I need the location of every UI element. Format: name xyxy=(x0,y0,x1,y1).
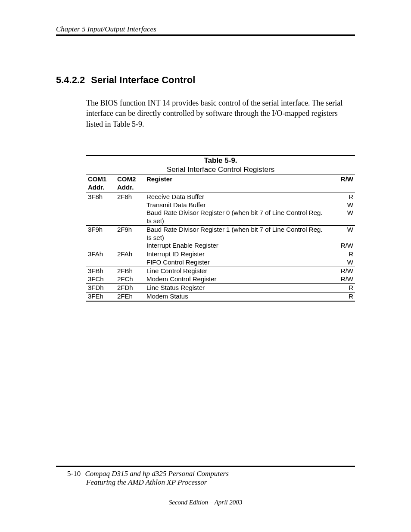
cell-register: Baud Rate Divisor Register 1 (when bit 7… xyxy=(145,225,330,242)
section-number: 5.4.2.2 xyxy=(56,75,85,86)
cell-com1 xyxy=(86,201,115,209)
cell-register: Interrupt ID Register xyxy=(145,250,330,258)
cell-rw: W xyxy=(330,209,355,225)
running-header: Chapter 5 Input/Output Interfaces xyxy=(56,25,355,36)
cell-rw: W xyxy=(330,225,355,242)
cell-com1: 3FDh xyxy=(86,284,115,292)
cell-register: Interrupt Enable Register xyxy=(145,242,330,250)
table-5-9: Table 5-9. Serial Interface Control Regi… xyxy=(86,155,355,302)
page: Chapter 5 Input/Output Interfaces 5.4.2.… xyxy=(0,0,411,532)
table-row: 3F8h2F8hReceive Data BufferR xyxy=(86,193,355,201)
footer-line-1: 5-10 Compaq D315 and hp d325 Personal Co… xyxy=(56,470,355,478)
cell-com2: 2FEh xyxy=(115,292,145,301)
table-row: Transmit Data BufferW xyxy=(86,201,355,209)
table-row: Baud Rate Divisor Register 0 (when bit 7… xyxy=(86,209,355,225)
cell-com1 xyxy=(86,209,115,225)
cell-com1: 3FAh xyxy=(86,250,115,258)
cell-com1: 3F9h xyxy=(86,225,115,242)
footer-title-2: Featuring the AMD Athlon XP Processor xyxy=(86,478,355,487)
cell-com1: 3FEh xyxy=(86,292,115,301)
cell-register: Line Control Register xyxy=(145,267,330,275)
footer-title-1: Compaq D315 and hp d325 Personal Compute… xyxy=(85,470,228,478)
cell-com2: 2FBh xyxy=(115,267,145,275)
cell-com2 xyxy=(115,258,145,267)
cell-rw: R/W xyxy=(330,242,355,250)
table-row: FIFO Control RegisterW xyxy=(86,258,355,267)
section-heading: 5.4.2.2Serial Interface Control xyxy=(56,75,355,86)
table-caption: Serial Interface Control Registers xyxy=(86,165,355,174)
cell-register: Receive Data Buffer xyxy=(145,193,330,201)
table-row: Interrupt Enable RegisterR/W xyxy=(86,242,355,250)
table-row: 3FCh2FChModem Control RegisterR/W xyxy=(86,275,355,284)
cell-com2 xyxy=(115,209,145,225)
footer-rule xyxy=(56,466,355,467)
cell-com1 xyxy=(86,242,115,250)
cell-rw: R/W xyxy=(330,275,355,284)
footer-edition: Second Edition – April 2003 xyxy=(56,499,355,506)
table-row: 3F9h2F9hBaud Rate Divisor Register 1 (wh… xyxy=(86,225,355,242)
cell-register: FIFO Control Register xyxy=(145,258,330,267)
cell-com2: 2F9h xyxy=(115,225,145,242)
cell-com1: 3FCh xyxy=(86,275,115,284)
section-title: Serial Interface Control xyxy=(91,75,195,85)
cell-register: Baud Rate Divisor Register 0 (when bit 7… xyxy=(145,209,330,225)
table-row: 3FAh2FAhInterrupt ID RegisterR xyxy=(86,250,355,258)
cell-rw: W xyxy=(330,201,355,209)
table-label: Table 5-9. xyxy=(86,156,355,165)
cell-rw: R/W xyxy=(330,267,355,275)
cell-register: Line Status Register xyxy=(145,284,330,292)
cell-rw: W xyxy=(330,258,355,267)
col-header-register: Register xyxy=(145,174,330,193)
register-table: Table 5-9. Serial Interface Control Regi… xyxy=(86,155,355,302)
page-number: 5-10 xyxy=(67,470,81,478)
cell-rw: R xyxy=(330,193,355,201)
cell-com2 xyxy=(115,242,145,250)
cell-com2 xyxy=(115,201,145,209)
cell-register: Modem Status xyxy=(145,292,330,301)
table-header-row: COM1Addr. COM2Addr. Register R/W xyxy=(86,174,355,193)
cell-rw: R xyxy=(330,292,355,301)
cell-com1 xyxy=(86,258,115,267)
cell-com1: 3FBh xyxy=(86,267,115,275)
col-header-com1: COM1Addr. xyxy=(86,174,115,193)
cell-com1: 3F8h xyxy=(86,193,115,201)
cell-com2: 2FDh xyxy=(115,284,145,292)
cell-com2: 2FCh xyxy=(115,275,145,284)
page-footer: 5-10 Compaq D315 and hp d325 Personal Co… xyxy=(56,466,355,506)
cell-register: Modem Control Register xyxy=(145,275,330,284)
col-header-rw: R/W xyxy=(330,174,355,193)
table-row: 3FEh2FEhModem StatusR xyxy=(86,292,355,301)
section-paragraph: The BIOS function INT 14 provides basic … xyxy=(86,98,355,129)
col-header-com2: COM2Addr. xyxy=(115,174,145,193)
table-row: 3FDh2FDhLine Status RegisterR xyxy=(86,284,355,292)
cell-rw: R xyxy=(330,250,355,258)
table-row: 3FBh2FBhLine Control RegisterR/W xyxy=(86,267,355,275)
cell-rw: R xyxy=(330,284,355,292)
cell-com2: 2FAh xyxy=(115,250,145,258)
cell-register: Transmit Data Buffer xyxy=(145,201,330,209)
cell-com2: 2F8h xyxy=(115,193,145,201)
